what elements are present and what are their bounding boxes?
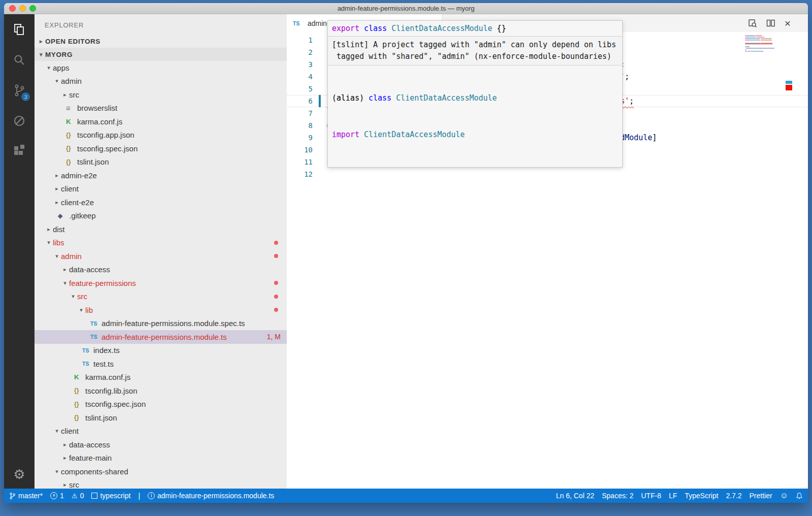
- chevron-down-icon: ▾: [45, 239, 53, 246]
- workbench: 3 ⚙ EXPLORER ▸ OPEN EDITORS ▾ MYORG ▾app…: [4, 14, 808, 489]
- activity-explorer-button[interactable]: [4, 14, 35, 45]
- tree-file-index.ts[interactable]: TSindex.ts: [35, 344, 287, 358]
- statusbar-tslint-status[interactable]: typescript: [91, 492, 130, 500]
- window-title: admin-feature-permissions.module.ts — my…: [4, 3, 808, 14]
- statusbar-active-file-info-label: admin-feature-permissions.module.ts: [157, 492, 274, 500]
- activity-bar: 3 ⚙: [4, 14, 35, 489]
- tree-folder-src[interactable]: ▾src: [35, 290, 287, 304]
- tree-folder-data-access[interactable]: ▸data-access: [35, 438, 287, 452]
- statusbar-formatter[interactable]: Prettier: [750, 492, 772, 500]
- line-number: 4: [287, 71, 322, 83]
- statusbar-feedback[interactable]: ☺: [780, 492, 788, 500]
- code-line-12[interactable]: 12: [287, 168, 808, 180]
- chevron-down-icon: ▾: [61, 280, 69, 286]
- tree-file-tsconfig.lib.json[interactable]: {}tsconfig.lib.json: [35, 384, 287, 398]
- tree-folder-src[interactable]: ▸src: [35, 88, 287, 102]
- statusbar-git-branch[interactable]: master*: [9, 492, 43, 500]
- line-number: 12: [287, 168, 322, 180]
- sidebar-title: EXPLORER: [35, 14, 287, 35]
- chevron-down-icon: ▾: [77, 307, 85, 313]
- scm-changes-badge: 3: [21, 92, 30, 101]
- statusbar-encoding-label: UTF-8: [641, 492, 661, 500]
- tree-item-label: tslint.json: [85, 413, 117, 422]
- tree-file-admin-feature-permissions.module.ts[interactable]: TSadmin-feature-permissions.module.ts1, …: [35, 330, 287, 344]
- tree-folder-admin-e2e[interactable]: ▸admin-e2e: [35, 169, 287, 182]
- karma-file-icon: K: [74, 373, 85, 381]
- search-icon: [12, 53, 26, 67]
- line-number: 10: [287, 144, 322, 156]
- tree-item-label: dist: [53, 225, 64, 234]
- statusbar-indentation[interactable]: Spaces: 2: [602, 492, 633, 500]
- statusbar-encoding[interactable]: UTF-8: [641, 492, 661, 500]
- statusbar-typescript-version-label: 2.7.2: [726, 492, 741, 500]
- tree-file-tsconfig.spec.json[interactable]: {}tsconfig.spec.json: [35, 142, 287, 155]
- chevron-right-icon: ▸: [61, 481, 69, 488]
- statusbar-language-mode[interactable]: TypeScript: [685, 492, 718, 500]
- tree-item-label: src: [69, 480, 79, 489]
- statusbar-eol[interactable]: LF: [669, 492, 677, 500]
- activity-extensions-button[interactable]: [4, 136, 35, 167]
- open-preview-icon[interactable]: [748, 19, 757, 28]
- tree-folder-client[interactable]: ▾client: [35, 425, 287, 438]
- chevron-right-icon: ▸: [61, 455, 69, 461]
- tree-item-label: lib: [85, 306, 93, 314]
- chevron-down-icon: ▾: [69, 293, 77, 300]
- tree-file-karma.conf.js[interactable]: Kkarma.conf.js: [35, 115, 287, 128]
- root-folder-section-header[interactable]: ▾ MYORG: [35, 48, 287, 61]
- tree-item-label: feature-main: [69, 454, 112, 462]
- tree-file-test.ts[interactable]: TStest.ts: [35, 357, 287, 371]
- minimap[interactable]: [745, 35, 777, 54]
- tree-file-tslint.json[interactable]: {}tslint.json: [35, 411, 287, 425]
- activity-search-button[interactable]: [4, 45, 35, 75]
- tree-folder-data-access[interactable]: ▸data-access: [35, 263, 287, 277]
- tree-folder-libs[interactable]: ▾libs: [35, 236, 287, 250]
- statusbar-cursor-position[interactable]: Ln 6, Col 22: [556, 492, 594, 500]
- tree-file-.gitkeep[interactable]: ◆.gitkeep: [35, 209, 287, 223]
- chevron-down-icon: ▾: [53, 428, 61, 434]
- tree-folder-feature-main[interactable]: ▸feature-main: [35, 452, 287, 465]
- statusbar-problems-warnings[interactable]: ⚠0: [72, 492, 84, 500]
- tree-file-karma.conf.js[interactable]: Kkarma.conf.js: [35, 371, 287, 384]
- tree-folder-src[interactable]: ▸src: [35, 478, 287, 489]
- modified-dot: [274, 254, 278, 258]
- activity-source-control-button[interactable]: 3: [4, 75, 35, 106]
- hover-lint-line: tagged with "shared", "admin" (nx-enforc…: [332, 51, 618, 62]
- file-tree: ▾apps▾admin▸src≡browserslistKkarma.conf.…: [35, 61, 287, 489]
- tree-item-label: karma.conf.js: [85, 373, 130, 381]
- statusbar-notifications[interactable]: [796, 492, 803, 500]
- tree-folder-lib[interactable]: ▾lib: [35, 303, 287, 317]
- tree-folder-client[interactable]: ▸client: [35, 182, 287, 196]
- hover-signature: export class ClientDataAccessModule {}: [328, 21, 622, 37]
- tree-item-label: test.ts: [93, 360, 114, 368]
- chevron-right-icon: ▸: [53, 172, 61, 179]
- chevron-right-icon: ▸: [53, 185, 61, 192]
- open-editors-section-header[interactable]: ▸ OPEN EDITORS: [35, 35, 287, 48]
- close-editor-icon[interactable]: ×: [785, 18, 791, 28]
- tree-item-label: admin-e2e: [61, 171, 97, 180]
- statusbar-problems-errors[interactable]: ×1: [50, 492, 64, 500]
- tree-file-tsconfig.app.json[interactable]: {}tsconfig.app.json: [35, 128, 287, 142]
- activity-debug-button[interactable]: [4, 106, 35, 136]
- tree-folder-admin[interactable]: ▾admin: [35, 249, 287, 263]
- tree-file-admin-feature-permissions.module.spec.ts[interactable]: TSadmin-feature-permissions.module.spec.…: [35, 317, 287, 331]
- tree-folder-admin[interactable]: ▾admin: [35, 75, 287, 88]
- tree-item-label: feature-permissions: [69, 279, 136, 287]
- tree-folder-feature-permissions[interactable]: ▾feature-permissions: [35, 276, 287, 290]
- settings-gear-button[interactable]: ⚙: [4, 467, 35, 482]
- tree-folder-apps[interactable]: ▾apps: [35, 61, 287, 75]
- tree-folder-dist[interactable]: ▸dist: [35, 222, 287, 236]
- ts-file-icon: TS: [90, 334, 101, 340]
- tree-folder-components-shared[interactable]: ▾components-shared: [35, 465, 287, 478]
- tree-item-label: admin: [61, 77, 82, 85]
- tree-file-browserslist[interactable]: ≡browserslist: [35, 102, 287, 115]
- statusbar-separator: |: [138, 492, 140, 500]
- tree-folder-client-e2e[interactable]: ▸client-e2e: [35, 196, 287, 209]
- statusbar-typescript-version[interactable]: 2.7.2: [726, 492, 741, 500]
- statusbar-active-file-info[interactable]: iadmin-feature-permissions.module.ts: [148, 492, 274, 500]
- vscode-window: admin-feature-permissions.module.ts — my…: [4, 3, 808, 503]
- split-editor-icon[interactable]: [766, 19, 775, 28]
- tree-file-tslint.json[interactable]: {}tslint.json: [35, 155, 287, 169]
- chevron-down-icon: ▾: [45, 64, 53, 71]
- tree-file-tsconfig.spec.json[interactable]: {}tsconfig.spec.json: [35, 398, 287, 411]
- overview-ruler-error-mark: [786, 85, 792, 90]
